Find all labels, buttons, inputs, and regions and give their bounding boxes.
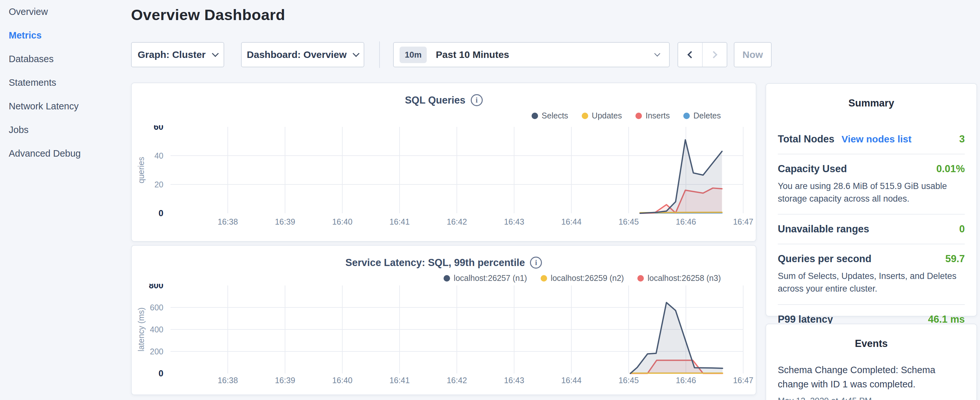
now-button-label: Now (743, 49, 763, 60)
chevron-down-icon (654, 51, 660, 56)
page-title: Overview Dashboard (131, 6, 285, 24)
x-tick-label: 16:47 (733, 217, 754, 226)
chevron-down-icon (353, 50, 360, 57)
legend-item[interactable]: localhost:26259 (n2) (541, 274, 624, 283)
x-tick-label: 16:46 (676, 217, 696, 226)
x-tick-label: 16:46 (676, 376, 696, 385)
y-tick-label: 20 (154, 180, 163, 189)
summary-title: Summary (778, 97, 965, 109)
graph-dropdown[interactable]: Graph: Cluster (131, 42, 224, 67)
x-tick-label: 16:40 (332, 217, 353, 226)
sidebar-item-databases[interactable]: Databases (9, 54, 128, 64)
sql-queries-chart-card: SQL Queries i SelectsUpdatesInsertsDelet… (131, 83, 756, 242)
legend-label: localhost:26259 (n2) (550, 274, 624, 283)
legend-label: localhost:26257 (n1) (453, 274, 527, 283)
legend-dot-icon (444, 275, 450, 282)
x-tick-label: 16:38 (218, 376, 238, 385)
event-item[interactable]: Schema Change Completed: Schema change w… (778, 363, 965, 400)
events-panel: Events Schema Change Completed: Schema c… (765, 324, 977, 400)
chevron-left-icon (687, 51, 695, 59)
summary-label: Queries per second (778, 253, 871, 265)
x-tick-label: 16:47 (733, 376, 754, 385)
info-icon[interactable]: i (471, 94, 483, 106)
x-tick-label: 16:43 (504, 217, 525, 226)
sidebar-item-metrics[interactable]: Metrics (9, 31, 128, 40)
chevron-right-icon (710, 51, 718, 59)
y-tick-label: 0 (159, 369, 163, 378)
y-axis-label: latency (ms) (137, 308, 146, 351)
now-button[interactable]: Now (734, 42, 772, 67)
x-tick-label: 16:45 (619, 217, 639, 226)
sidebar: OverviewMetricsDatabasesStatementsNetwor… (0, 0, 128, 400)
sidebar-item-advanced-debug[interactable]: Advanced Debug (9, 149, 128, 158)
sidebar-item-statements[interactable]: Statements (9, 78, 128, 88)
legend-item[interactable]: localhost:26258 (n3) (637, 274, 721, 283)
graph-dropdown-label: Graph: Cluster (137, 49, 205, 60)
summary-row: Queries per second59.7Sum of Selects, Up… (778, 244, 965, 304)
summary-description: Sum of Selects, Updates, Inserts, and De… (778, 270, 965, 295)
legend-item[interactable]: localhost:26257 (n1) (444, 274, 527, 283)
series-area (640, 140, 722, 213)
events-title: Events (778, 338, 965, 349)
x-tick-label: 16:39 (275, 217, 295, 226)
summary-value: 0.01% (936, 163, 965, 175)
y-tick-label: 0 (159, 209, 163, 218)
event-text: Schema Change Completed: Schema change w… (778, 363, 965, 391)
summary-row: Capacity Used0.01%You are using 28.6 MiB… (778, 154, 965, 214)
x-tick-label: 16:41 (390, 217, 410, 226)
dashboard-dropdown[interactable]: Dashboard: Overview (241, 42, 364, 67)
legend-label: Selects (542, 111, 568, 120)
x-tick-label: 16:44 (562, 217, 582, 226)
legend-label: Updates (592, 111, 622, 120)
x-tick-label: 16:41 (390, 376, 410, 385)
x-tick-label: 16:39 (275, 376, 295, 385)
step-forward-button[interactable] (702, 43, 727, 67)
x-tick-label: 16:43 (504, 376, 525, 385)
time-range-dropdown[interactable]: 10m Past 10 Minutes (393, 42, 670, 67)
legend-item[interactable]: Selects (531, 111, 568, 120)
service-latency-chart-card: Service Latency: SQL, 99th percentile i … (131, 245, 756, 395)
summary-row: Total NodesView nodes list3 (778, 124, 965, 154)
chart-legend: localhost:26257 (n1)localhost:26259 (n2)… (430, 274, 721, 283)
y-tick-label: 400 (150, 325, 163, 334)
chart-title: Service Latency: SQL, 99th percentile (345, 257, 525, 269)
summary-label: Unavailable ranges (778, 223, 869, 235)
time-range-label: Past 10 Minutes (436, 49, 509, 60)
legend-dot-icon (637, 275, 644, 282)
step-back-button[interactable] (678, 43, 702, 67)
legend-item[interactable]: Deletes (683, 111, 721, 120)
view-nodes-list-link[interactable]: View nodes list (842, 134, 912, 145)
dashboard-dropdown-label: Dashboard: Overview (247, 49, 347, 60)
y-tick-label: 600 (150, 303, 163, 312)
chart-legend: SelectsUpdatesInsertsDeletes (518, 111, 721, 120)
summary-value: 3 (959, 133, 965, 145)
legend-item[interactable]: Updates (582, 111, 622, 120)
summary-value: 59.7 (945, 253, 965, 265)
event-timestamp: May 13, 2020 at 4:45 PM (778, 396, 965, 400)
legend-label: Inserts (646, 111, 670, 120)
summary-label: Capacity Used (778, 163, 847, 175)
time-range-badge: 10m (399, 46, 427, 63)
y-tick-label: 800 (149, 284, 163, 290)
y-tick-label: 40 (154, 151, 163, 160)
info-icon[interactable]: i (530, 257, 542, 269)
summary-description: You are using 28.6 MiB of 515.9 GiB usab… (778, 180, 965, 205)
y-axis-label: queries (137, 157, 146, 183)
time-step-buttons (678, 42, 727, 67)
sql-queries-plot[interactable]: 16:3816:3916:4016:4116:4216:4316:4416:45… (132, 125, 757, 234)
chart-title: SQL Queries (405, 94, 465, 106)
legend-item[interactable]: Inserts (635, 111, 670, 120)
x-tick-label: 16:42 (447, 217, 467, 226)
y-tick-label: 200 (150, 347, 163, 356)
sidebar-item-overview[interactable]: Overview (9, 7, 128, 16)
summary-value: 0 (959, 223, 965, 235)
legend-label: Deletes (694, 111, 721, 120)
service-latency-plot[interactable]: 16:3816:3916:4016:4116:4216:4316:4416:45… (132, 284, 757, 392)
toolbar-divider (379, 41, 380, 68)
x-tick-label: 16:45 (619, 376, 639, 385)
chevron-down-icon (212, 50, 218, 57)
x-tick-label: 16:44 (562, 376, 582, 385)
summary-row: Unavailable ranges0 (778, 214, 965, 244)
sidebar-item-network-latency[interactable]: Network Latency (9, 102, 128, 111)
sidebar-item-jobs[interactable]: Jobs (9, 125, 128, 135)
